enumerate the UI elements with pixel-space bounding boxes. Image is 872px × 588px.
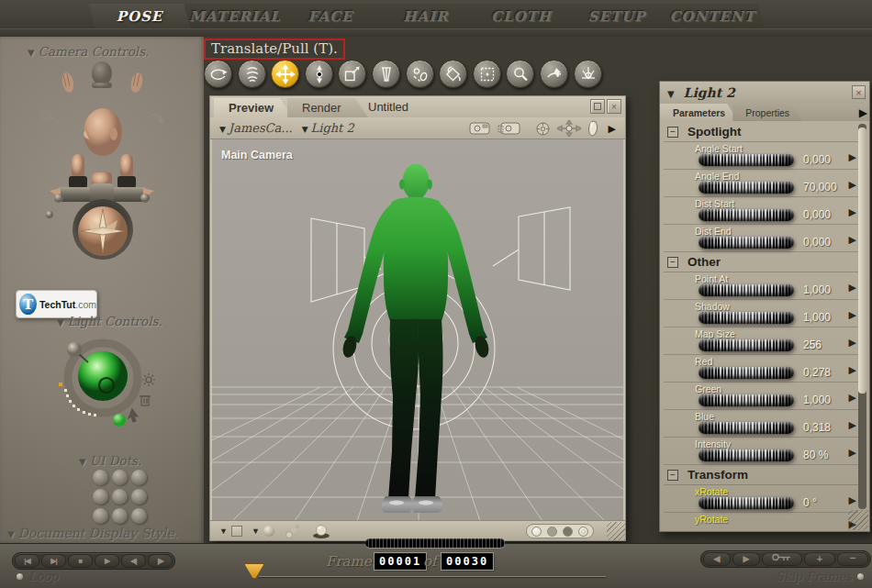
translate-in-out-tool-button[interactable] xyxy=(305,60,333,88)
ui-dot[interactable] xyxy=(131,470,147,485)
param-menu-arrow-icon[interactable]: ▶ xyxy=(849,309,856,321)
palette-resize-grip[interactable] xyxy=(848,510,868,530)
style-dot-cartoon[interactable]: ◇ xyxy=(578,527,588,537)
collapse-section-button[interactable]: − xyxy=(667,470,678,481)
param-menu-arrow-icon[interactable]: ▶ xyxy=(849,447,856,459)
prev-keyframe-button[interactable]: ◀ xyxy=(703,552,731,566)
tracking-mode-menu[interactable]: ▼ xyxy=(252,526,274,537)
light-controls-label[interactable]: ▼Light Controls. xyxy=(57,314,162,328)
param-menu-arrow-icon[interactable]: ▶ xyxy=(849,282,856,294)
move-xy-icon[interactable] xyxy=(557,120,581,137)
morphing-tool-button[interactable] xyxy=(540,60,568,88)
ui-dot[interactable] xyxy=(131,489,147,505)
trackball-icon[interactable] xyxy=(535,121,551,137)
palette-header[interactable]: ▼ Light 2 × xyxy=(660,82,869,104)
tab-cloth[interactable]: CLOTH xyxy=(470,4,573,28)
dist-start-dial[interactable] xyxy=(699,209,794,221)
chain-break-tool-button[interactable] xyxy=(406,60,434,88)
window-titlebar[interactable]: Preview Render Untitled × xyxy=(210,96,625,117)
brightness-icon[interactable] xyxy=(142,373,155,386)
angle-start-dial[interactable] xyxy=(699,154,794,166)
direct-manipulation-tool-button[interactable] xyxy=(574,60,602,88)
toolbar-expand-arrow-icon[interactable]: ▶ xyxy=(609,123,616,135)
total-frames-counter[interactable]: 00030 xyxy=(442,553,493,570)
view-magnifier-tool-button[interactable] xyxy=(506,60,534,88)
light-select-menu[interactable]: ▼Light 2 xyxy=(302,121,354,135)
camera-controls-label[interactable]: ▼Camera Controls. xyxy=(28,44,149,59)
timeline-track[interactable] xyxy=(259,576,606,577)
palette-menu-arrow-icon[interactable]: ▶ xyxy=(859,106,867,119)
right-hand-part-icon[interactable] xyxy=(117,154,136,188)
light-cursor-icon[interactable] xyxy=(129,409,138,422)
last-frame-button[interactable]: ▶| xyxy=(41,554,66,568)
ui-dot[interactable] xyxy=(112,470,128,485)
blue-dial[interactable] xyxy=(699,422,794,434)
frame-scrub-dial[interactable] xyxy=(365,538,505,548)
red-dial[interactable] xyxy=(699,367,794,379)
scale-handle-icon[interactable] xyxy=(587,120,598,138)
shadow-sphere-icon[interactable] xyxy=(311,523,331,539)
ui-dot[interactable] xyxy=(93,470,108,485)
render-tab[interactable]: Render xyxy=(287,98,368,117)
param-menu-arrow-icon[interactable]: ▶ xyxy=(849,151,856,163)
tab-pose[interactable]: POSE xyxy=(88,4,191,28)
param-menu-arrow-icon[interactable]: ▶ xyxy=(849,392,856,404)
document-display-style-label[interactable]: ▼Document Display Style. xyxy=(7,526,178,540)
camera-dot-lower-icon[interactable] xyxy=(46,211,53,218)
camera-controls-widget[interactable] xyxy=(33,59,171,261)
param-menu-arrow-icon[interactable]: ▶ xyxy=(849,419,856,431)
point-at-dial[interactable] xyxy=(699,284,794,296)
left-hand-camera-icon[interactable] xyxy=(61,72,75,94)
face-camera-head-icon[interactable] xyxy=(84,108,122,156)
tab-content[interactable]: CONTENT xyxy=(661,4,764,28)
style-dot-flat[interactable] xyxy=(547,527,557,537)
delete-light-trash-icon[interactable] xyxy=(140,396,151,405)
tab-setup[interactable]: SETUP xyxy=(565,4,668,28)
translate-pull-tool-button[interactable] xyxy=(271,60,299,88)
right-hand-camera-icon[interactable] xyxy=(129,72,144,94)
light-controls-widget[interactable] xyxy=(46,332,165,451)
first-frame-button[interactable]: |◀ xyxy=(15,554,39,568)
add-keyframe-button[interactable]: + xyxy=(804,552,835,566)
ui-dot[interactable] xyxy=(93,508,108,524)
loop-toggle[interactable]: Loop xyxy=(11,570,59,583)
tab-hair[interactable]: HAIR xyxy=(375,4,477,28)
camera-select-menu[interactable]: ▼JamesCa... xyxy=(219,121,293,135)
shadow-dial[interactable] xyxy=(699,312,794,324)
taper-tool-button[interactable] xyxy=(372,60,400,88)
ui-dot[interactable] xyxy=(93,489,108,505)
preview-viewport[interactable]: Main Camera xyxy=(212,139,623,520)
scrollbar-thumb[interactable] xyxy=(858,128,866,394)
step-back-button[interactable]: ◀| xyxy=(121,554,146,568)
xrotate-dial[interactable] xyxy=(699,497,794,509)
loop-radio-icon[interactable] xyxy=(17,573,23,580)
dist-end-dial[interactable] xyxy=(699,237,794,249)
camera-trackball[interactable] xyxy=(73,199,133,260)
rotate-camera-arrow-icon[interactable] xyxy=(149,115,164,123)
close-button[interactable]: × xyxy=(607,99,621,114)
map-size-dial[interactable] xyxy=(699,339,794,351)
param-menu-arrow-icon[interactable]: ▶ xyxy=(849,206,856,218)
tab-face[interactable]: FACE xyxy=(279,4,382,28)
figure-james[interactable] xyxy=(341,164,490,514)
ui-dot[interactable] xyxy=(112,489,128,505)
collapse-section-button[interactable]: − xyxy=(667,127,678,138)
palette-element-menu[interactable]: ▼ Light 2 xyxy=(667,85,735,100)
param-menu-arrow-icon[interactable]: ▶ xyxy=(849,179,856,191)
multi-sphere-icon[interactable] xyxy=(284,523,302,539)
left-hand-part-icon[interactable] xyxy=(69,154,87,188)
camera-dot-left-icon[interactable] xyxy=(54,194,63,203)
style-dot-lit[interactable] xyxy=(531,527,542,537)
style-dot-shaded[interactable] xyxy=(563,527,573,537)
edit-keyframes-button[interactable] xyxy=(762,552,802,566)
delete-keyframe-button[interactable]: − xyxy=(837,552,868,566)
next-keyframe-button[interactable]: ▶ xyxy=(732,552,760,566)
green-dial[interactable] xyxy=(699,394,794,406)
ui-dot[interactable] xyxy=(131,508,147,524)
skip-frames-radio-icon[interactable] xyxy=(857,573,864,580)
camera-view-icon[interactable] xyxy=(469,121,491,136)
camera-dot-right-icon[interactable] xyxy=(140,194,150,203)
param-menu-arrow-icon[interactable]: ▶ xyxy=(849,337,856,349)
palette-scrollbar[interactable] xyxy=(858,124,866,509)
param-menu-arrow-icon[interactable]: ▶ xyxy=(849,494,856,506)
